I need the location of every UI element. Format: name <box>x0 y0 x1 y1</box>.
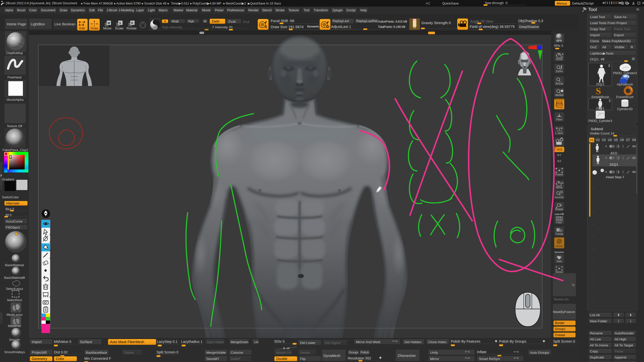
svg-text:Line Fill: Line Fill <box>555 213 564 215</box>
svg-text:Actual: Actual <box>555 82 563 85</box>
svg-text:3: 3 <box>608 64 610 68</box>
svg-text:MaskByFeature: MaskByFeature <box>553 310 575 314</box>
svg-text:R: R <box>131 21 134 25</box>
svg-text:Floor: Floor <box>556 118 562 121</box>
svg-text:BPR: BPR <box>556 39 562 42</box>
svg-text:Groups: Groups <box>555 327 565 331</box>
svg-text:S: S <box>596 86 601 96</box>
svg-text:L.Sym: L.Sym <box>555 131 563 134</box>
svg-text:Te: Te <box>571 283 575 287</box>
svg-text:Zoom: Zoom <box>556 70 563 73</box>
svg-text:Persp: Persp <box>556 106 563 109</box>
svg-text:Border: Border <box>555 321 565 325</box>
svg-text:D: D <box>327 25 329 29</box>
svg-text:SPix 3: SPix 3 <box>554 44 563 48</box>
svg-text:Zoom3D: Zoom3D <box>555 196 564 199</box>
svg-text:Solo: Solo <box>556 260 562 263</box>
svg-text:Ghost: Ghost <box>556 245 563 248</box>
svg-text:Texture On: Texture On <box>553 298 569 301</box>
svg-text:S: S <box>119 21 121 25</box>
svg-text:M: M <box>107 21 110 25</box>
svg-text:Edit: Edit <box>79 26 85 30</box>
svg-text:Dynamic: Dynamic <box>555 99 564 101</box>
svg-text:Draw: Draw <box>91 26 98 30</box>
svg-text:Rotate: Rotate <box>555 208 563 211</box>
svg-text:PolyF: PolyF <box>556 221 562 224</box>
svg-text:S: S <box>265 25 267 29</box>
svg-text:XYZ: XYZ <box>557 148 562 151</box>
svg-text:⟳Y: ⟳Y <box>557 154 561 157</box>
svg-text:Frame: Frame <box>555 173 563 176</box>
svg-text:AAHalf: AAHalf <box>555 94 564 97</box>
svg-text:⟳Z: ⟳Z <box>557 160 561 163</box>
svg-text:Dynamic: Dynamic <box>554 251 564 253</box>
svg-text:Transp: Transp <box>555 233 563 235</box>
svg-text:3: 3 <box>609 99 611 103</box>
svg-text:Crease: Crease <box>555 333 565 337</box>
